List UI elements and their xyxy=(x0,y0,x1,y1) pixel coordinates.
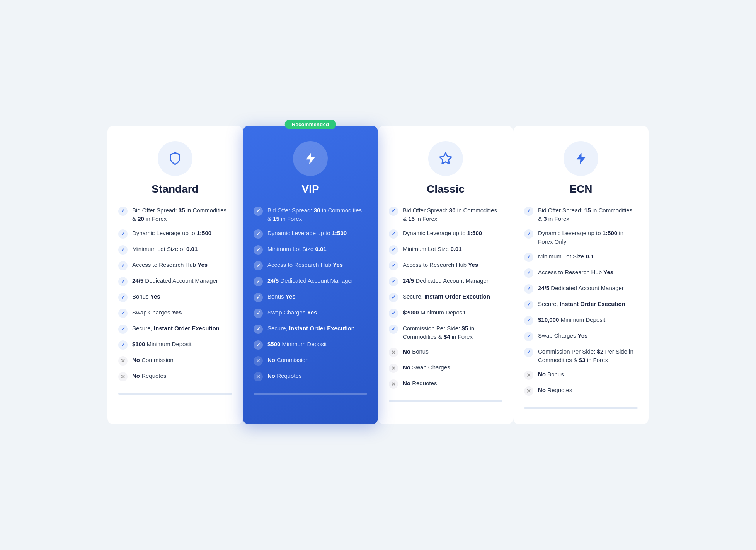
feature-icon-cross: ✕ xyxy=(524,371,533,380)
feature-icon-check: ✓ xyxy=(254,207,263,216)
feature-item-standard-7: ✓ Secure, Instant Order Execution xyxy=(118,324,232,334)
feature-icon-check: ✓ xyxy=(118,293,128,302)
feature-text: Bid Offer Spread: 35 in Commodities & 20… xyxy=(132,206,232,223)
feature-item-vip-1: ✓ Dynamic Leverage up to 1:500 xyxy=(254,229,367,239)
feature-text: $2000 Minimum Deposit xyxy=(403,308,465,317)
feature-icon-check: ✓ xyxy=(524,207,533,216)
card-divider xyxy=(118,393,232,395)
feature-item-classic-2: ✓ Minimum Lot Size 0.01 xyxy=(389,245,502,255)
feature-icon-check: ✓ xyxy=(524,284,533,294)
feature-icon-check: ✓ xyxy=(254,309,263,318)
ecn-icon-wrapper xyxy=(564,141,598,176)
vip-title: VIP xyxy=(301,183,319,195)
feature-text: 24/5 Dedicated Account Manager xyxy=(538,284,624,292)
feature-text: Bonus Yes xyxy=(132,292,160,301)
feature-icon-check: ✓ xyxy=(118,229,128,239)
feature-icon-check: ✓ xyxy=(118,309,128,318)
plan-card-classic: Classic ✓ Bid Offer Spread: 30 in Commod… xyxy=(378,126,513,425)
ecn-features: ✓ Bid Offer Spread: 15 in Commodities & … xyxy=(524,206,638,396)
feature-text: No Bonus xyxy=(538,370,564,379)
feature-item-ecn-2: ✓ Minimum Lot Size 0.1 xyxy=(524,252,638,262)
standard-icon xyxy=(167,150,184,167)
feature-icon-check: ✓ xyxy=(389,293,398,302)
feature-text: Dynamic Leverage up to 1:500 xyxy=(132,229,211,237)
feature-text: Swap Charges Yes xyxy=(538,331,587,340)
feature-item-vip-0: ✓ Bid Offer Spread: 30 in Commodities & … xyxy=(254,206,367,223)
feature-text: Bid Offer Spread: 15 in Commodities & 3 … xyxy=(538,206,638,223)
feature-item-ecn-0: ✓ Bid Offer Spread: 15 in Commodities & … xyxy=(524,206,638,223)
feature-icon-cross: ✕ xyxy=(389,348,398,357)
classic-title: Classic xyxy=(427,183,465,195)
feature-item-standard-10: ✕ No Requotes xyxy=(118,372,232,381)
svg-marker-0 xyxy=(440,153,451,164)
feature-text: 24/5 Dedicated Account Manager xyxy=(403,277,489,285)
ecn-title: ECN xyxy=(569,183,592,195)
feature-icon-cross: ✕ xyxy=(254,372,263,381)
classic-icon-wrapper xyxy=(428,141,463,176)
vip-icon-wrapper xyxy=(293,141,328,176)
feature-icon-check: ✓ xyxy=(524,348,533,357)
card-divider xyxy=(389,400,502,402)
card-divider xyxy=(254,393,367,395)
feature-icon-cross: ✕ xyxy=(524,386,533,396)
feature-item-classic-7: ✓ Commission Per Side: $5 in Commodities… xyxy=(389,324,502,341)
feature-text: Access to Research Hub Yes xyxy=(132,261,208,269)
feature-text: 24/5 Dedicated Account Manager xyxy=(267,277,353,285)
feature-text: No Swap Charges xyxy=(403,363,450,372)
feature-item-vip-7: ✓ Secure, Instant Order Execution xyxy=(254,324,367,334)
classic-icon xyxy=(437,150,454,167)
feature-icon-check: ✓ xyxy=(118,245,128,255)
feature-icon-check: ✓ xyxy=(118,325,128,334)
feature-item-vip-5: ✓ Bonus Yes xyxy=(254,292,367,302)
standard-features: ✓ Bid Offer Spread: 35 in Commodities & … xyxy=(118,206,232,382)
plan-card-standard: Standard ✓ Bid Offer Spread: 35 in Commo… xyxy=(107,126,243,425)
standard-icon-wrapper xyxy=(158,141,192,176)
feature-item-classic-0: ✓ Bid Offer Spread: 30 in Commodities & … xyxy=(389,206,502,223)
feature-item-standard-9: ✕ No Commission xyxy=(118,356,232,366)
feature-icon-check: ✓ xyxy=(524,300,533,309)
feature-text: 24/5 Dedicated Account Manager xyxy=(132,277,218,285)
feature-item-ecn-3: ✓ Access to Research Hub Yes xyxy=(524,268,638,278)
feature-icon-check: ✓ xyxy=(118,261,128,270)
feature-icon-check: ✓ xyxy=(118,340,128,350)
feature-icon-check: ✓ xyxy=(389,309,398,318)
feature-text: No Commission xyxy=(132,356,174,364)
standard-title: Standard xyxy=(152,183,198,195)
feature-item-vip-3: ✓ Access to Research Hub Yes xyxy=(254,261,367,270)
feature-text: No Commission xyxy=(267,356,309,364)
feature-text: Swap Charges Yes xyxy=(267,308,317,317)
feature-item-classic-4: ✓ 24/5 Dedicated Account Manager xyxy=(389,277,502,286)
feature-item-standard-6: ✓ Swap Charges Yes xyxy=(118,308,232,318)
recommended-badge: Recommended xyxy=(285,120,336,129)
feature-item-classic-8: ✕ No Bonus xyxy=(389,347,502,357)
feature-item-standard-4: ✓ 24/5 Dedicated Account Manager xyxy=(118,277,232,286)
feature-text: Minimum Lot Size 0.01 xyxy=(403,245,462,253)
classic-features: ✓ Bid Offer Spread: 30 in Commodities & … xyxy=(389,206,502,389)
feature-item-ecn-4: ✓ 24/5 Dedicated Account Manager xyxy=(524,284,638,294)
plans-container: Standard ✓ Bid Offer Spread: 35 in Commo… xyxy=(107,126,649,425)
feature-text: Bid Offer Spread: 30 in Commodities & 15… xyxy=(267,206,367,223)
feature-text: $100 Minimum Deposit xyxy=(132,340,191,348)
feature-item-standard-2: ✓ Minimum Lot Size of 0.01 xyxy=(118,245,232,255)
plan-card-ecn: ECN ✓ Bid Offer Spread: 15 in Commoditie… xyxy=(513,126,649,425)
feature-icon-check: ✓ xyxy=(254,325,263,334)
feature-item-vip-8: ✓ $500 Minimum Deposit xyxy=(254,340,367,350)
feature-item-classic-5: ✓ Secure, Instant Order Execution xyxy=(389,292,502,302)
feature-item-standard-5: ✓ Bonus Yes xyxy=(118,292,232,302)
feature-text: Bonus Yes xyxy=(267,292,296,301)
feature-item-classic-6: ✓ $2000 Minimum Deposit xyxy=(389,308,502,318)
ecn-icon xyxy=(572,150,589,167)
feature-icon-check: ✓ xyxy=(524,229,533,239)
plan-card-vip: Recommended VIP ✓ Bid Offer Spread: 30 i… xyxy=(243,126,378,425)
feature-item-classic-3: ✓ Access to Research Hub Yes xyxy=(389,261,502,270)
feature-icon-check: ✓ xyxy=(118,207,128,216)
feature-item-ecn-7: ✓ Swap Charges Yes xyxy=(524,331,638,341)
feature-text: Minimum Lot Size 0.1 xyxy=(538,252,594,261)
feature-icon-check: ✓ xyxy=(389,229,398,239)
feature-icon-check: ✓ xyxy=(524,253,533,262)
feature-text: Access to Research Hub Yes xyxy=(538,268,613,277)
feature-item-standard-1: ✓ Dynamic Leverage up to 1:500 xyxy=(118,229,232,239)
feature-item-vip-4: ✓ 24/5 Dedicated Account Manager xyxy=(254,277,367,286)
feature-text: Dynamic Leverage up to 1:500 xyxy=(267,229,347,237)
vip-icon xyxy=(302,150,319,167)
